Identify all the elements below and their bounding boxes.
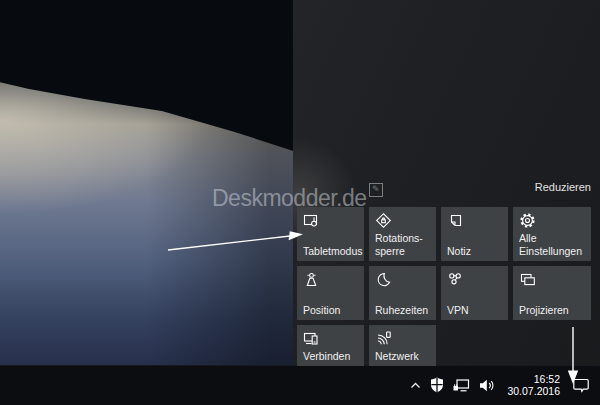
system-tray: 16:52 30.07.2016 <box>410 365 600 405</box>
project-icon <box>519 271 536 288</box>
collapse-link[interactable]: Reduzieren <box>535 181 591 193</box>
tile-note[interactable]: Notiz <box>441 207 508 261</box>
tile-project[interactable]: Projizieren <box>513 266 591 320</box>
wifi-icon <box>375 330 392 347</box>
tile-label: Ruhezeiten <box>375 304 430 317</box>
tile-label: Tabletmodus <box>303 245 358 258</box>
tile-all-settings[interactable]: Alle Einstellungen <box>513 207 591 261</box>
gear-icon <box>519 212 536 229</box>
rotation-lock-icon <box>375 212 392 229</box>
tile-label: Netzwerk <box>375 350 430 363</box>
quick-actions-grid: Tabletmodus Rotations-sperre Notiz <box>297 207 591 366</box>
position-icon <box>303 271 320 288</box>
defender-shield-icon[interactable] <box>430 377 444 393</box>
wallpaper-hill-silhouette <box>0 0 301 162</box>
tile-rotation-lock[interactable]: Rotations-sperre <box>369 207 436 261</box>
tile-tablet-mode[interactable]: Tabletmodus <box>297 207 364 261</box>
tile-connect[interactable]: Verbinden <box>297 325 364 366</box>
tile-label: Rotations-sperre <box>375 232 430 257</box>
tile-label: VPN <box>447 304 502 317</box>
action-center-icon[interactable] <box>572 377 590 393</box>
network-ethernet-icon[interactable] <box>453 379 470 392</box>
clock-date: 30.07.2016 <box>507 385 560 397</box>
desktop-screenshot: Reduzieren Tabletmodus Rotations-sperre <box>0 0 600 405</box>
connect-icon <box>303 330 320 347</box>
chevron-up-icon[interactable] <box>410 382 421 389</box>
tile-label: Projizieren <box>519 304 585 317</box>
clock-time: 16:52 <box>507 373 560 385</box>
tile-quiet-hours[interactable]: Ruhezeiten <box>369 266 436 320</box>
tile-label: Notiz <box>447 245 502 258</box>
tile-position[interactable]: Position <box>297 266 364 320</box>
tile-network[interactable]: Netzwerk <box>369 325 436 366</box>
tile-label: Position <box>303 304 358 317</box>
tile-label: Verbinden <box>303 350 358 363</box>
tray-clock[interactable]: 16:52 30.07.2016 <box>507 373 560 397</box>
tile-label: Alle Einstellungen <box>519 232 585 257</box>
tile-vpn[interactable]: VPN <box>441 266 508 320</box>
moon-icon <box>375 271 392 288</box>
vpn-icon <box>447 271 464 288</box>
desktop-wallpaper <box>0 0 293 365</box>
tablet-mode-icon <box>303 212 320 229</box>
note-icon <box>447 212 464 229</box>
volume-icon[interactable] <box>479 379 495 392</box>
